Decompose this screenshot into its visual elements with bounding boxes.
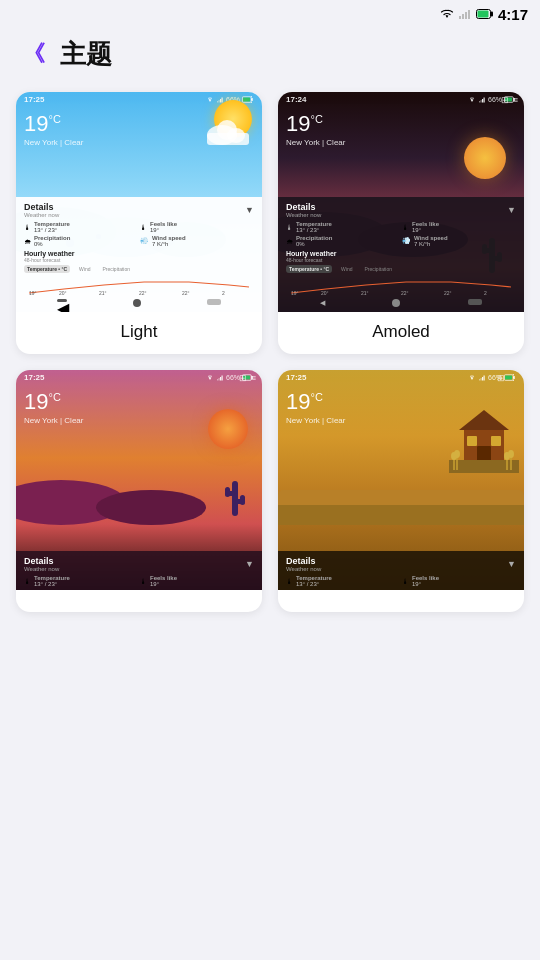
svg-rect-22: [482, 99, 483, 103]
svg-rect-23: [483, 98, 484, 103]
svg-rect-53: [483, 376, 484, 381]
status-icons: 4:17: [440, 6, 528, 23]
amoled-sun: [457, 132, 512, 187]
svg-point-70: [508, 450, 514, 458]
chevron-details-amoled: ▼: [507, 205, 516, 215]
svg-rect-60: [467, 436, 477, 446]
svg-rect-61: [491, 436, 501, 446]
svg-text:21°: 21°: [99, 290, 107, 296]
details-panel-light: Details Weather now ▼ 🌡 Temperature 13° …: [16, 197, 262, 312]
pink-sun: [202, 405, 254, 457]
wifi-icon: [440, 8, 454, 20]
svg-rect-52: [482, 377, 483, 381]
svg-rect-21: [480, 100, 481, 103]
bottom-nav-amoled: ◀: [286, 297, 516, 309]
svg-text:21°: 21°: [361, 290, 369, 296]
svg-text:22°: 22°: [139, 290, 147, 296]
back-button[interactable]: 《: [16, 36, 52, 72]
battery-icon: [476, 8, 494, 20]
svg-text:19°: 19°: [29, 290, 37, 296]
svg-rect-2: [465, 12, 467, 19]
svg-rect-0: [459, 16, 461, 19]
svg-rect-5: [490, 12, 493, 17]
preview-pink: 17:25 66% 19°C New York | Clear ⊞ ≡: [16, 370, 262, 590]
svg-rect-1: [462, 14, 464, 19]
svg-text:22°: 22°: [444, 290, 452, 296]
hourly-title-light: Hourly weather: [24, 250, 254, 257]
theme-label-light: Light: [16, 312, 262, 354]
preview-light: 17:25 66% 19°C New York | Clear ⋮: [16, 92, 262, 312]
svg-rect-40: [220, 377, 221, 381]
svg-rect-59: [477, 446, 491, 462]
themes-grid: 17:25 66% 19°C New York | Clear ⋮: [0, 84, 540, 628]
theme-card-amoled[interactable]: 17:24 66% 19°C New York | Clear ⊞ ≡: [278, 92, 524, 354]
svg-rect-51: [480, 378, 481, 381]
weather-stats-amoled: 🌡 Temperature 13° / 23° 🌡 Feels like 19°: [286, 221, 516, 247]
svg-text:2: 2: [484, 290, 487, 296]
preview-top-icons-amoled: ⊞ ≡: [501, 95, 518, 105]
preview-statusbar-gold: 17:25 66%: [278, 370, 524, 385]
svg-text:20°: 20°: [59, 290, 67, 296]
svg-point-68: [454, 450, 460, 458]
theme-card-gold[interactable]: 17:25 66% 19°C New York | Clear ⊞ ⋮: [278, 370, 524, 612]
theme-label-amoled: Amoled: [278, 312, 524, 354]
theme-label-pink: [16, 590, 262, 612]
preview-statusbar-pink: 17:25 66%: [16, 370, 262, 385]
svg-marker-58: [459, 410, 509, 430]
details-panel-gold: Details Weather now ▼ 🌡 Temperature 13° …: [278, 551, 524, 590]
svg-rect-39: [218, 378, 219, 381]
svg-text:2: 2: [222, 290, 225, 296]
details-panel-amoled: Details Weather now ▼ 🌡 Temperature 13° …: [278, 197, 524, 312]
preview-gold: 17:25 66% 19°C New York | Clear ⊞ ⋮: [278, 370, 524, 590]
page-title: 主题: [60, 37, 112, 72]
svg-rect-9: [220, 99, 221, 103]
fields-gold: [278, 490, 524, 525]
status-bar: 4:17: [0, 0, 540, 28]
preview-statusbar-amoled: 17:24 66%: [278, 92, 524, 107]
chevron-details-light: ▼: [245, 205, 254, 215]
svg-rect-3: [468, 10, 470, 19]
bottom-nav-light: ◀: [24, 297, 254, 309]
weather-stats-light: 🌡 Temperature 13° / 23° 🌡 Feels like 19°: [24, 221, 254, 247]
svg-rect-20: [479, 101, 480, 103]
preview-top-icons-gold: ⊞ ⋮: [497, 373, 518, 383]
theme-card-light[interactable]: 17:25 66% 19°C New York | Clear ⋮: [16, 92, 262, 354]
hills-pink: [16, 490, 262, 525]
svg-text:19°: 19°: [291, 290, 299, 296]
svg-rect-62: [449, 460, 519, 473]
preview-top-icons-pink: ⊞ ≡: [239, 373, 256, 383]
cloud-light: [202, 120, 257, 145]
theme-label-gold: [278, 590, 524, 612]
svg-text:22°: 22°: [182, 290, 190, 296]
back-icon: 《: [23, 39, 45, 69]
preview-amoled: 17:24 66% 19°C New York | Clear ⊞ ≡: [278, 92, 524, 312]
svg-rect-50: [479, 379, 480, 381]
header: 《 主题: [0, 28, 540, 84]
svg-rect-8: [218, 100, 219, 103]
svg-rect-41: [221, 376, 222, 381]
svg-rect-7: [217, 101, 218, 103]
svg-rect-38: [217, 379, 218, 381]
theme-card-pink[interactable]: 17:25 66% 19°C New York | Clear ⊞ ≡: [16, 370, 262, 612]
hourly-title-amoled: Hourly weather: [286, 250, 516, 257]
signal-icon: [458, 8, 472, 20]
status-time: 4:17: [498, 6, 528, 23]
svg-rect-6: [477, 11, 488, 18]
svg-text:20°: 20°: [321, 290, 329, 296]
svg-text:22°: 22°: [401, 290, 409, 296]
barn-gold: [449, 398, 519, 473]
preview-top-icons-light: ⋮: [247, 95, 256, 105]
details-panel-pink: Details Weather now ▼ 🌡 Temperature 13° …: [16, 551, 262, 590]
